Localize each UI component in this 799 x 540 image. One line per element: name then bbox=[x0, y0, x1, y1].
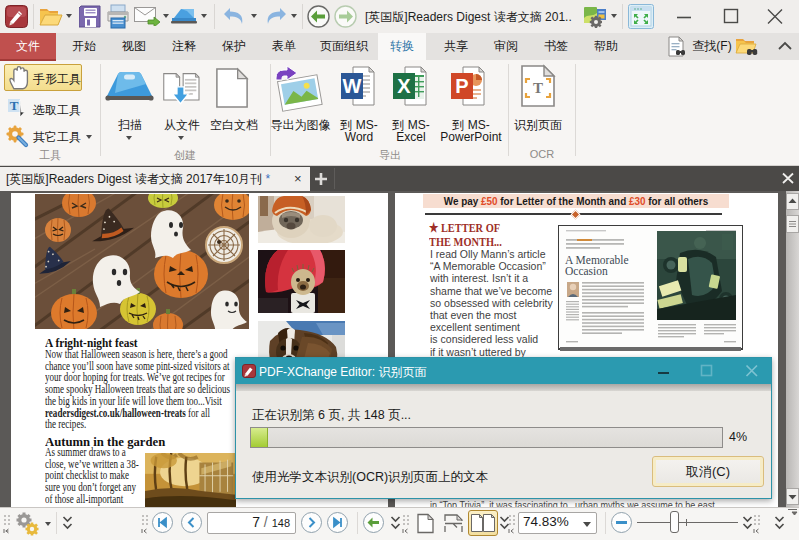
svg-text:X: X bbox=[397, 75, 411, 97]
svg-text:P: P bbox=[455, 75, 468, 97]
svg-text:W: W bbox=[343, 75, 362, 97]
svg-text:Occasion: Occasion bbox=[565, 265, 608, 277]
svg-text:T: T bbox=[533, 80, 543, 96]
svg-text:T: T bbox=[10, 98, 19, 113]
